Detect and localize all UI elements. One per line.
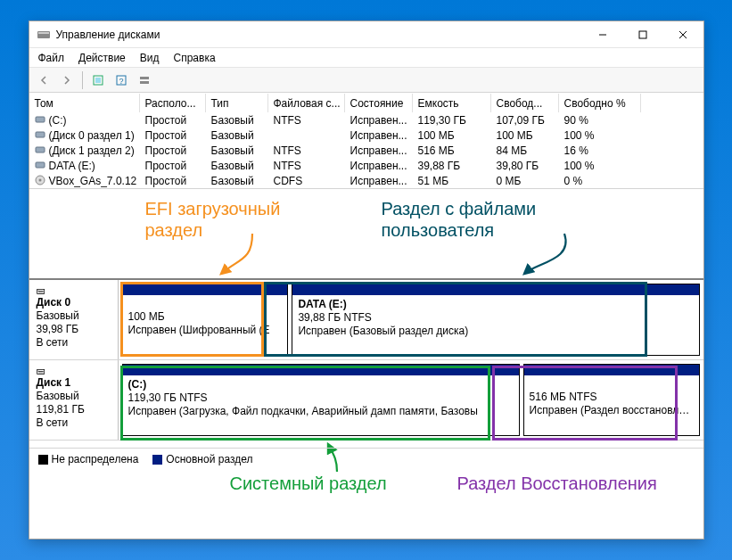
svg-rect-15 <box>36 162 45 168</box>
menubar: Файл Действие Вид Справка <box>29 48 703 68</box>
refresh-button[interactable] <box>87 70 109 90</box>
svg-rect-13 <box>36 132 45 137</box>
svg-rect-11 <box>140 81 149 84</box>
annotation-arrows <box>29 189 707 314</box>
table-row[interactable]: (Диск 0 раздел 1)ПростойБазовыйИсправен.… <box>29 128 703 143</box>
partition[interactable]: 516 МБ NTFSИсправен (Раздел восстановлен… <box>523 364 700 436</box>
col-fs[interactable]: Файловая с... <box>268 94 345 112</box>
col-capacity[interactable]: Емкость <box>413 94 491 112</box>
col-pct[interactable]: Свободно % <box>559 94 641 112</box>
titlebar: Управление дисками <box>29 21 703 48</box>
svg-rect-10 <box>140 77 149 79</box>
col-status[interactable]: Состояние <box>345 94 413 112</box>
svg-rect-14 <box>36 147 45 152</box>
annotation-system: Системный раздел <box>230 473 387 494</box>
disk-header[interactable]: 🖴Диск 1Базовый119,81 ГБВ сети <box>29 360 119 440</box>
svg-rect-1 <box>38 32 49 34</box>
drive-icon <box>35 175 45 187</box>
close-button[interactable] <box>663 21 703 47</box>
drive-icon <box>35 114 45 127</box>
svg-rect-7 <box>95 78 101 83</box>
annotation-recovery: Раздел Восстановления <box>457 473 657 494</box>
svg-text:?: ? <box>119 77 123 86</box>
menu-file[interactable]: Файл <box>31 49 72 67</box>
table-row[interactable]: DATA (E:)ПростойБазовыйNTFSИсправен...39… <box>29 158 703 173</box>
col-layout[interactable]: Располо... <box>140 94 206 112</box>
col-type[interactable]: Тип <box>206 94 268 112</box>
col-volume[interactable]: Том <box>29 94 140 112</box>
table-body: (C:)ПростойБазовыйNTFSИсправен...119,30 … <box>29 112 703 188</box>
app-icon <box>37 28 51 42</box>
minimize-button[interactable] <box>583 21 623 47</box>
window-title: Управление дисками <box>56 29 160 41</box>
legend: Не распределена Основной раздел <box>29 448 703 469</box>
settings-button[interactable] <box>134 70 155 90</box>
content-area: EFI загрузочный раздел Раздел с файлами … <box>29 189 703 539</box>
volume-table: Том Располо... Тип Файловая с... Состоян… <box>29 93 703 189</box>
help-button[interactable]: ? <box>111 70 132 90</box>
table-row[interactable]: (Диск 1 раздел 2)ПростойБазовыйNTFSИспра… <box>29 143 703 158</box>
table-header: Том Располо... Тип Файловая с... Состоян… <box>29 93 703 112</box>
menu-action[interactable]: Действие <box>71 49 133 67</box>
drive-icon <box>35 129 45 142</box>
maximize-button[interactable] <box>623 21 663 47</box>
partition[interactable]: (C:)119,30 ГБ NTFSИсправен (Загрузка, Фа… <box>122 364 520 436</box>
back-button[interactable] <box>33 70 54 90</box>
svg-rect-12 <box>36 117 45 122</box>
forward-button[interactable] <box>56 70 78 90</box>
col-free[interactable]: Свобод... <box>491 94 559 112</box>
disk-management-window: Управление дисками Файл Действие Вид Спр… <box>29 21 704 539</box>
table-row[interactable]: VBox_GAs_7.0.12 (...ПростойБазовыйCDFSИс… <box>29 173 703 188</box>
legend-primary: Основной раздел <box>152 453 252 465</box>
toolbar: ? <box>29 68 703 93</box>
drive-icon <box>35 160 45 172</box>
legend-unallocated: Не распределена <box>38 453 139 465</box>
table-row[interactable]: (C:)ПростойБазовыйNTFSИсправен...119,30 … <box>29 112 703 128</box>
svg-point-17 <box>38 178 41 181</box>
drive-icon <box>35 144 45 157</box>
svg-rect-3 <box>639 31 646 38</box>
disk-row: 🖴Диск 1Базовый119,81 ГБВ сети(C:)119,30 … <box>29 360 703 441</box>
menu-help[interactable]: Справка <box>167 49 223 67</box>
menu-view[interactable]: Вид <box>133 49 167 67</box>
